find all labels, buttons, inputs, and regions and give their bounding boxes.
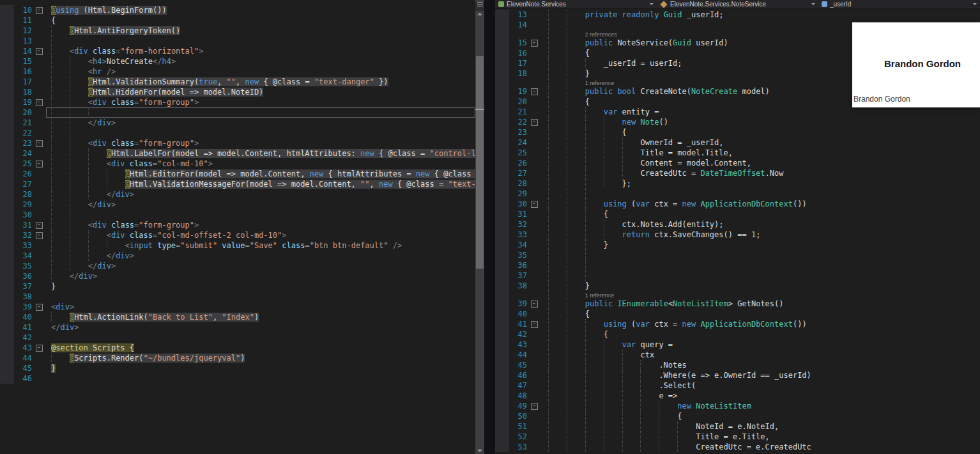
line-number[interactable]: 35 — [14, 261, 32, 271]
glyph-margin[interactable] — [495, 421, 509, 432]
code-line[interactable]: 43-@section Scripts { — [0, 343, 475, 353]
code-line[interactable]: 17@Html.ValidationSummary(true, "", new … — [0, 77, 475, 87]
glyph-margin[interactable] — [495, 189, 509, 199]
scroll-down-arrow-icon[interactable] — [475, 446, 484, 454]
line-number[interactable]: 18 — [14, 87, 32, 97]
code-line[interactable]: 29</div> — [0, 200, 475, 210]
code-content[interactable]: public IEnumerable<NoteListItem> GetNote… — [541, 299, 980, 309]
line-number[interactable]: 41 — [509, 319, 527, 329]
code-content[interactable]: { — [541, 411, 980, 421]
code-content[interactable]: { — [541, 209, 980, 219]
code-line[interactable]: 22 — [0, 128, 475, 138]
line-number[interactable]: 38 — [14, 292, 32, 302]
line-number[interactable]: 41 — [14, 322, 32, 333]
line-number[interactable]: 40 — [14, 312, 32, 322]
glyph-margin[interactable] — [495, 432, 509, 442]
glyph-margin[interactable] — [495, 178, 509, 189]
code-content[interactable]: .Where(e => e.OwnerId == _userId) — [541, 370, 980, 380]
glyph-margin[interactable] — [0, 189, 14, 200]
code-line[interactable]: 44ctx — [495, 350, 980, 360]
code-content[interactable]: <div class="form-group"> — [46, 138, 475, 148]
code-content[interactable]: } — [46, 281, 475, 292]
glyph-margin[interactable] — [0, 200, 14, 210]
code-line[interactable]: 32-<div class="col-md-offset-2 col-md-10… — [0, 230, 475, 240]
code-content[interactable]: { — [541, 309, 980, 319]
code-line[interactable]: 13private readonly Guid _userId; — [495, 10, 980, 20]
glyph-margin[interactable] — [0, 36, 14, 46]
line-number[interactable]: 20 — [14, 107, 32, 118]
glyph-margin[interactable] — [0, 77, 14, 87]
line-number[interactable]: 10 — [14, 5, 32, 15]
code-content[interactable]: <div> — [46, 302, 475, 312]
code-line[interactable]: 34</div> — [0, 251, 475, 261]
code-content[interactable]: CreatedUtc = e.CreatedUtc — [541, 442, 980, 452]
code-content[interactable] — [541, 260, 980, 270]
code-line[interactable]: 27@Html.ValidationMessageFor(model => mo… — [0, 179, 475, 189]
code-line[interactable]: 37} — [0, 281, 475, 292]
glyph-margin[interactable] — [495, 291, 509, 299]
line-number[interactable]: 24 — [14, 148, 32, 159]
fold-toggle-icon[interactable]: - — [531, 403, 538, 410]
code-line[interactable]: 25Title = model.Title, — [495, 148, 980, 158]
fold-toggle-icon[interactable]: - — [36, 222, 43, 229]
glyph-margin[interactable] — [0, 261, 14, 271]
code-line[interactable]: 11{ — [0, 15, 475, 26]
line-number[interactable]: 32 — [14, 230, 32, 240]
glyph-margin[interactable] — [0, 15, 14, 26]
code-line[interactable]: 46.Where(e => e.OwnerId == _userId) — [495, 370, 980, 380]
fold-toggle-icon[interactable]: - — [36, 304, 43, 311]
code-line[interactable]: 42 — [0, 333, 475, 343]
line-number[interactable]: 28 — [509, 178, 527, 189]
fold-toggle-icon[interactable]: - — [531, 321, 538, 328]
fold-toggle-icon[interactable]: - — [36, 140, 43, 147]
code-content[interactable]: new NoteListItem — [541, 401, 980, 411]
code-content[interactable]: { — [541, 127, 980, 137]
glyph-margin[interactable] — [495, 127, 509, 137]
line-number[interactable]: 47 — [509, 380, 527, 391]
code-line[interactable]: 21var entity = — [495, 107, 980, 117]
line-number[interactable]: 37 — [14, 281, 32, 292]
pane-splitter[interactable] — [484, 0, 495, 454]
glyph-margin[interactable] — [495, 401, 509, 411]
fold-toggle-icon[interactable]: - — [36, 232, 43, 239]
code-line[interactable]: 19-<div class="form-group"> — [0, 97, 475, 107]
glyph-margin[interactable] — [0, 5, 14, 15]
glyph-margin[interactable] — [0, 322, 14, 333]
code-line[interactable]: 47.Select( — [495, 380, 980, 391]
fold-toggle-icon[interactable]: - — [531, 201, 538, 208]
fold-toggle-icon[interactable]: - — [36, 48, 43, 55]
glyph-margin[interactable] — [0, 128, 14, 138]
line-number[interactable]: 39 — [14, 302, 32, 312]
code-content[interactable]: @Html.EditorFor(model => model.Content, … — [46, 169, 475, 179]
glyph-margin[interactable] — [0, 333, 14, 343]
glyph-margin[interactable] — [495, 350, 509, 360]
code-content[interactable]: 1 reference — [541, 291, 980, 299]
line-number[interactable]: 53 — [509, 442, 527, 452]
code-line[interactable]: 44@Scripts.Render("~/bundles/jqueryval") — [0, 353, 475, 363]
line-number[interactable]: 16 — [14, 67, 32, 77]
glyph-margin[interactable] — [495, 380, 509, 391]
line-number[interactable]: 45 — [509, 360, 527, 370]
glyph-margin[interactable] — [0, 148, 14, 159]
line-number[interactable]: 52 — [509, 432, 527, 442]
code-content[interactable]: { — [46, 15, 475, 26]
glyph-margin[interactable] — [0, 67, 14, 77]
glyph-margin[interactable] — [0, 26, 14, 36]
line-number[interactable]: 19 — [509, 86, 527, 97]
code-content[interactable]: @Html.ActionLink("Back to List", "Index"… — [46, 312, 475, 322]
code-line[interactable]: 28}; — [495, 178, 980, 189]
code-content[interactable]: var query = — [541, 340, 980, 350]
code-content[interactable]: </div> — [46, 118, 475, 128]
left-code-area[interactable]: 10-@using (Html.BeginForm())11{12@Html.A… — [0, 0, 475, 454]
line-number[interactable]: 43 — [509, 340, 527, 350]
line-number[interactable]: 26 — [509, 158, 527, 168]
glyph-margin[interactable] — [495, 107, 509, 117]
glyph-margin[interactable] — [495, 250, 509, 260]
code-content[interactable]: @Scripts.Render("~/bundles/jqueryval") — [46, 353, 475, 363]
glyph-margin[interactable] — [495, 158, 509, 168]
code-line[interactable]: 29 — [495, 189, 980, 199]
code-content[interactable]: ctx — [541, 350, 980, 360]
glyph-margin[interactable] — [495, 240, 509, 250]
codelens-references[interactable]: 1 reference — [585, 80, 615, 86]
glyph-margin[interactable] — [0, 169, 14, 179]
